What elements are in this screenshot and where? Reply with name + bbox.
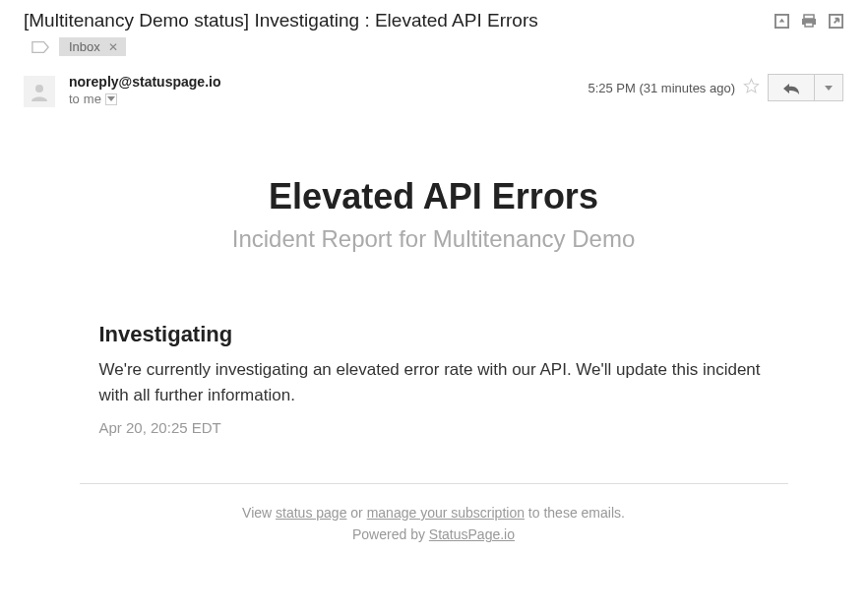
recipient-prefix: to <box>69 92 80 106</box>
print-icon[interactable] <box>801 13 817 29</box>
svg-rect-3 <box>805 23 813 27</box>
incident-title: Elevated API Errors <box>24 176 843 217</box>
email-footer: View status page or manage your subscrip… <box>24 502 843 546</box>
svg-point-5 <box>35 85 43 92</box>
show-details-button[interactable] <box>105 93 117 105</box>
statuspage-link[interactable]: StatusPage.io <box>429 526 515 542</box>
label-outline-icon <box>31 40 49 54</box>
sender-email: noreply@statuspage.io <box>69 74 220 90</box>
incident-subtitle: Incident Report for Multitenancy Demo <box>24 225 843 253</box>
footer-divider <box>80 483 788 484</box>
status-message: We're currently investigating an elevate… <box>99 357 769 407</box>
chip-remove-icon[interactable]: ✕ <box>108 40 118 54</box>
recipient-name: me <box>84 92 101 106</box>
reply-button[interactable] <box>768 74 815 101</box>
svg-rect-1 <box>804 15 814 19</box>
status-page-link[interactable]: status page <box>276 505 346 521</box>
footer-suffix: to these emails. <box>525 505 625 521</box>
manage-subscription-link[interactable]: manage your subscription <box>367 505 525 521</box>
more-actions-button[interactable] <box>815 74 843 101</box>
status-heading: Investigating <box>99 322 769 347</box>
collapse-icon[interactable] <box>774 14 789 29</box>
powered-by-prefix: Powered by <box>352 526 429 542</box>
footer-prefix: View <box>242 505 276 521</box>
email-timestamp: 5:25 PM (31 minutes ago) <box>588 81 735 95</box>
chip-label: Inbox <box>69 39 100 54</box>
footer-mid: or <box>346 505 366 521</box>
status-timestamp: Apr 20, 20:25 EDT <box>99 419 769 436</box>
inbox-label-chip[interactable]: Inbox ✕ <box>59 37 126 56</box>
avatar <box>24 76 55 107</box>
header-actions <box>774 13 843 29</box>
star-icon[interactable] <box>743 78 760 97</box>
email-subject: [Multitenancy Demo status] Investigating… <box>24 10 538 31</box>
popout-icon[interactable] <box>829 14 843 29</box>
